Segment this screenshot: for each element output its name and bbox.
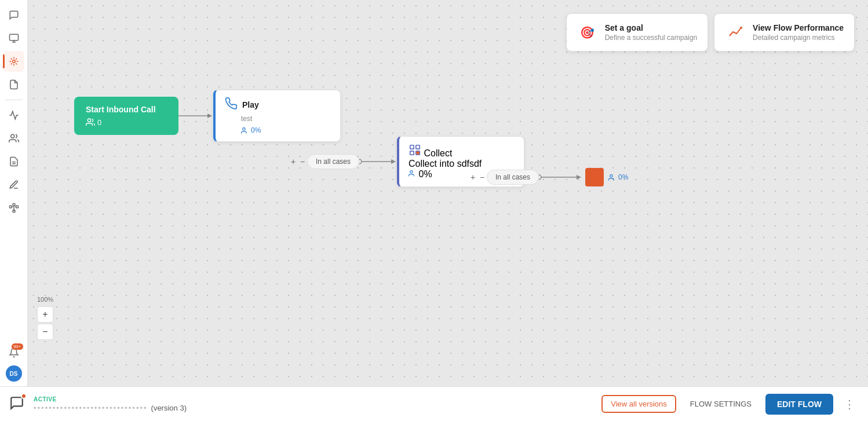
notification-badge: 99+ xyxy=(12,343,23,350)
bottom-chat-wrapper xyxy=(9,396,24,413)
play-node-title: Play xyxy=(242,100,259,109)
svg-point-19 xyxy=(359,159,362,164)
collect-node-icon xyxy=(409,148,424,158)
play-case-add-button[interactable]: + xyxy=(289,157,298,166)
svg-rect-13 xyxy=(13,210,15,213)
goal-card-title: Set a goal xyxy=(605,23,697,32)
set-goal-card[interactable]: 🎯 Set a goal Define a successful campaig… xyxy=(567,14,707,51)
end-node-stat: 0% xyxy=(608,173,628,181)
arrow-start-to-play xyxy=(178,110,213,122)
svg-point-3 xyxy=(12,60,15,63)
collect-case-label: In all cases xyxy=(495,173,530,181)
svg-rect-0 xyxy=(9,34,18,41)
play-node-subtitle: test xyxy=(225,115,331,123)
play-node-stat-value: 0% xyxy=(251,126,261,134)
sidebar-bottom: 99+ DS xyxy=(3,342,24,382)
start-node-title: Start Inbound Call xyxy=(86,105,167,114)
svg-marker-17 xyxy=(207,114,212,118)
play-case-pill[interactable]: In all cases xyxy=(307,154,359,169)
user-avatar[interactable]: DS xyxy=(6,365,22,382)
play-node-header: Play xyxy=(225,97,331,112)
active-badge: ACTIVE xyxy=(34,396,595,402)
sidebar-item-rules[interactable] xyxy=(3,174,24,195)
more-options-button[interactable]: ⋮ xyxy=(840,394,859,415)
svg-point-14 xyxy=(740,27,742,29)
svg-marker-30 xyxy=(577,175,581,180)
goal-card-subtitle: Define a successful campaign xyxy=(605,34,697,42)
performance-card-subtitle: Detailed campaign metrics xyxy=(753,34,844,42)
sidebar: 99+ DS xyxy=(0,0,28,386)
flow-version: (version 3) xyxy=(151,404,187,412)
bottom-info: ACTIVE •••••••••••••••••••••••••••••• (v… xyxy=(34,396,595,412)
flow-name-blurred: •••••••••••••••••••••••••••••• xyxy=(34,404,148,412)
view-performance-card[interactable]: View Flow Performance Detailed campaign … xyxy=(714,14,854,51)
edit-flow-button[interactable]: EDIT FLOW xyxy=(765,394,833,415)
svg-rect-22 xyxy=(410,145,414,149)
flow-canvas: 🎯 Set a goal Define a successful campaig… xyxy=(28,0,868,386)
sidebar-item-integrations[interactable] xyxy=(3,197,24,218)
chat-dot-badge xyxy=(21,393,27,399)
sidebar-item-team[interactable] xyxy=(3,128,24,149)
svg-rect-7 xyxy=(9,206,12,208)
sidebar-item-reports[interactable] xyxy=(3,151,24,172)
sidebar-item-monitor[interactable] xyxy=(3,28,24,49)
goal-icon: 🎯 xyxy=(577,22,598,43)
view-all-versions-button[interactable]: View all versions xyxy=(601,395,676,413)
sidebar-item-analytics[interactable] xyxy=(3,105,24,126)
sidebar-item-flows[interactable] xyxy=(3,51,24,72)
play-node[interactable]: Play test 0% xyxy=(213,90,341,142)
play-case-label: In all cases xyxy=(316,158,351,166)
svg-point-31 xyxy=(610,174,612,177)
end-node-stat-value: 0% xyxy=(618,173,628,181)
arrow-play-to-collect xyxy=(359,156,397,167)
sidebar-item-chat[interactable] xyxy=(3,5,24,25)
svg-point-27 xyxy=(410,171,413,173)
notification-icon[interactable]: 99+ xyxy=(3,342,24,363)
start-node-count-value: 0 xyxy=(97,118,101,127)
collect-node-header: Collect xyxy=(409,144,515,159)
flow-row-1: Start Inbound Call 0 Play te xyxy=(74,90,341,142)
svg-point-4 xyxy=(10,134,14,138)
play-case-remove-button[interactable]: − xyxy=(298,157,307,166)
zoom-level: 100% xyxy=(37,296,53,303)
collect-case-pill[interactable]: In all cases xyxy=(487,170,539,185)
collect-case-add-button[interactable]: + xyxy=(468,173,477,182)
end-node[interactable] xyxy=(585,168,604,186)
zoom-controls: 100% + − xyxy=(37,296,53,340)
bottom-bar: ACTIVE •••••••••••••••••••••••••••••• (v… xyxy=(0,386,868,421)
svg-rect-9 xyxy=(13,204,15,206)
svg-rect-8 xyxy=(16,206,18,208)
arrow-collect-to-end xyxy=(539,171,585,183)
svg-rect-23 xyxy=(416,145,420,149)
play-node-stat: 0% xyxy=(225,126,331,134)
collect-node-stat-value: 0% xyxy=(418,169,432,179)
performance-icon xyxy=(725,22,746,43)
svg-point-15 xyxy=(87,119,90,122)
start-node-count: 0 xyxy=(86,118,167,127)
top-cards: 🎯 Set a goal Define a successful campaig… xyxy=(567,14,854,51)
svg-rect-24 xyxy=(410,151,414,155)
flow-name-row: •••••••••••••••••••••••••••••• (version … xyxy=(34,404,595,412)
bottom-actions: FLOW SETTINGS EDIT FLOW ⋮ xyxy=(683,394,859,415)
flow-settings-button[interactable]: FLOW SETTINGS xyxy=(683,395,758,413)
end-node-wrapper: 0% xyxy=(585,168,628,186)
svg-point-18 xyxy=(243,127,245,130)
collect-node-title: Collect xyxy=(424,148,452,158)
play-node-icon xyxy=(225,97,238,112)
zoom-in-button[interactable]: + xyxy=(37,306,53,323)
svg-marker-21 xyxy=(391,159,396,164)
collect-case-remove-button[interactable]: − xyxy=(477,173,487,182)
sidebar-item-pages[interactable] xyxy=(3,74,24,95)
flow-row-3: + − In all cases 0% xyxy=(468,168,628,186)
sidebar-divider xyxy=(5,100,23,100)
svg-point-26 xyxy=(416,151,420,155)
performance-card-title: View Flow Performance xyxy=(753,23,844,32)
svg-point-28 xyxy=(539,175,541,180)
start-inbound-call-node[interactable]: Start Inbound Call 0 xyxy=(74,97,178,135)
zoom-out-button[interactable]: − xyxy=(37,324,53,340)
